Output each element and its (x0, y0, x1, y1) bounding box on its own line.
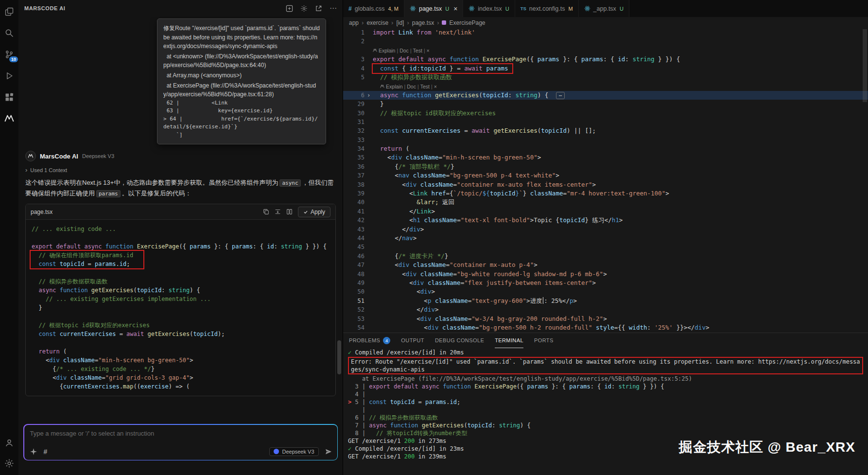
panel-tab-output[interactable]: OUTPUT (401, 333, 424, 348)
sparkle-icon[interactable] (30, 448, 37, 455)
marscode-icon[interactable] (3, 113, 15, 124)
chat-code-line: const currentExercises = await getExerci… (32, 330, 335, 338)
breadcrumb-item[interactable]: page.tsx (412, 19, 434, 26)
code-line[interactable]: 44 </nav> (343, 234, 868, 243)
line-number: 53 (343, 315, 365, 323)
copy-icon[interactable] (263, 209, 269, 215)
code-line[interactable]: 35 <div className="min-h-screen bg-green… (343, 153, 868, 162)
close-tab-icon[interactable]: × (453, 5, 457, 13)
breadcrumb-item[interactable]: exercise (366, 19, 388, 26)
code-line[interactable]: 39 <Link href={`/topic/${topicId}`} clas… (343, 189, 868, 198)
code-line[interactable]: 32 const currentExercises = await getExe… (343, 126, 868, 135)
codelens-action[interactable]: Explain (386, 84, 402, 89)
settings-icon[interactable] (3, 457, 15, 469)
code-line[interactable]: 2 (343, 37, 868, 46)
editor-tab-page.tsx[interactable]: page.tsxU× (404, 0, 463, 17)
chat-code-line: // 根据topic id获取对应的exercises (32, 321, 335, 330)
account-icon[interactable] (3, 437, 15, 449)
code-line[interactable]: 46 {/* 进度卡片 */} (343, 252, 868, 261)
diff-icon[interactable] (286, 209, 293, 215)
code-line[interactable]: 49 <div className="flex justify-between … (343, 279, 868, 287)
code-line[interactable]: 36 {/* 顶部导航栏 */} (343, 162, 868, 171)
new-chat-icon[interactable] (286, 5, 293, 12)
code-line[interactable]: 33 (343, 136, 868, 144)
line-number: 46 (343, 252, 365, 261)
editor-tab-_app.tsx[interactable]: _app.tsxU (579, 0, 629, 17)
run-debug-icon[interactable] (3, 70, 15, 82)
context-hash-icon[interactable]: # (44, 448, 48, 456)
code-line[interactable]: 29 } (343, 100, 868, 108)
codelens-action[interactable]: Test (413, 48, 422, 53)
panel-tab-debug-console[interactable]: DEBUG CONSOLE (435, 333, 484, 348)
fold-chevron-icon[interactable]: › (365, 91, 373, 100)
panel-tab-terminal[interactable]: TERMINAL (495, 333, 523, 348)
insert-code-icon[interactable] (275, 209, 281, 215)
symbol-method-icon (442, 20, 446, 25)
fold-column (365, 216, 373, 225)
chat-scrollbar[interactable] (337, 340, 341, 374)
used-context-toggle[interactable]: › Used 1 Context (25, 166, 336, 174)
line-number: 51 (343, 297, 365, 305)
breadcrumb-item[interactable]: app (349, 19, 359, 26)
code-line[interactable]: 31 (343, 118, 868, 126)
fold-column (365, 198, 373, 207)
breadcrumb-item[interactable]: [id] (396, 19, 404, 26)
code-line[interactable]: 4 const { id:topicId } = await params (343, 64, 868, 73)
code-line[interactable]: 45 (343, 243, 868, 251)
code-text: // 根据topic id获取对应的exercises (373, 109, 496, 118)
code-line[interactable]: 42 <h1 className="text-xl font-bold">Top… (343, 216, 868, 225)
editor-tab-globals.css[interactable]: #globals.css4, M (343, 0, 404, 17)
explorer-icon[interactable] (3, 6, 15, 18)
model-label: Deepseek V3 (282, 449, 314, 455)
code-line[interactable]: 43 </div> (343, 225, 868, 234)
codelens-action[interactable]: Doc (399, 48, 409, 53)
code-line[interactable]: 30 // 根据topic id获取对应的exercises (343, 109, 868, 118)
search-icon[interactable] (3, 27, 15, 39)
codelens-action[interactable]: Doc (407, 84, 416, 89)
code-line[interactable]: 5 // 模拟异步数据获取函数 (343, 73, 868, 82)
codelens-action[interactable]: × (427, 48, 430, 53)
apply-button[interactable]: Apply (298, 207, 330, 217)
chat-code-line: const topicId = params.id; (32, 260, 335, 268)
extensions-icon[interactable] (3, 91, 15, 103)
editor-tab-next.config.ts[interactable]: TSnext.config.tsM (515, 0, 579, 17)
fold-column (365, 37, 373, 46)
panel-title: MARSCODE AI (24, 5, 286, 11)
code-line[interactable]: 47 <div className="container mx-auto p-4… (343, 261, 868, 269)
send-icon[interactable] (325, 448, 332, 456)
codelens-action[interactable]: Test (420, 84, 430, 89)
code-line[interactable]: 50 <div> (343, 287, 868, 296)
code-line[interactable]: 6› async function getExercises(topicId: … (343, 91, 868, 100)
settings-gear-icon[interactable] (300, 5, 308, 12)
editor-scrollbar[interactable] (863, 29, 867, 102)
codelens-action[interactable]: Explain (379, 48, 395, 53)
code-line[interactable]: 40 &larr; 返回 (343, 198, 868, 207)
panel-tab-label: OUTPUT (401, 337, 424, 343)
code-line[interactable]: 1import Link from 'next/link' (343, 28, 868, 37)
source-control-icon[interactable]: 10 (3, 49, 15, 60)
code-line[interactable]: 3export default async function ExerciseP… (343, 55, 868, 64)
line-number: 44 (343, 234, 365, 243)
codelens-action[interactable]: × (434, 84, 437, 89)
terminal-line: 6 | // 模拟异步数据获取函数 (348, 414, 863, 422)
code-line[interactable]: 52 </div> (343, 305, 868, 314)
panel-tab-problems[interactable]: PROBLEMS4 (349, 333, 390, 348)
panel-tab-ports[interactable]: PORTS (534, 333, 554, 348)
editor-tab-index.tsx[interactable]: index.tsxU (463, 0, 515, 17)
code-line[interactable]: 54 <div className="bg-green-500 h-2 roun… (343, 323, 868, 332)
code-line[interactable]: 51 <p className="text-gray-600">进度: 25%<… (343, 297, 868, 305)
codelens: Explain | Doc | Test | × (343, 82, 868, 90)
line-number: 38 (343, 180, 365, 189)
code-line[interactable]: 34 return ( (343, 144, 868, 153)
chat-input-field[interactable]: Type a message or '/' to select an instr… (30, 430, 331, 437)
code-line[interactable]: 48 <div className="bg-white rounded-lg s… (343, 270, 868, 279)
breadcrumb-item[interactable]: ExercisePage (449, 19, 485, 26)
code-line[interactable]: 53 <div className="w-3/4 bg-gray-200 rou… (343, 315, 868, 323)
code-line[interactable]: 37 <nav className="bg-green-500 p-4 text… (343, 171, 868, 180)
code-line[interactable]: 38 <div className="container mx-auto fle… (343, 180, 868, 189)
share-icon[interactable] (315, 5, 322, 12)
fold-column (365, 28, 373, 37)
more-icon[interactable]: ⋯ (330, 4, 337, 13)
model-selector[interactable]: Deepseek V3 (269, 447, 318, 456)
code-line[interactable]: 41 </Link> (343, 207, 868, 216)
